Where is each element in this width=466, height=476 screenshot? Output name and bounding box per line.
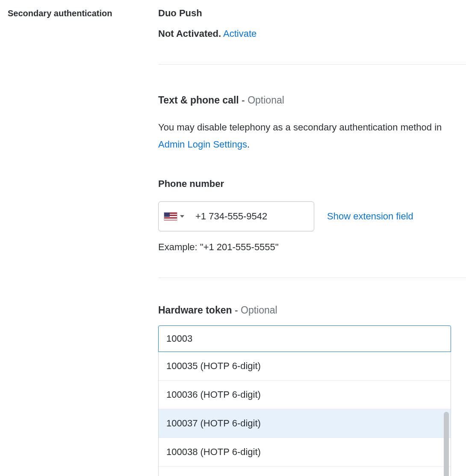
duo-push-status-row: Not Activated. Activate <box>158 28 466 39</box>
hardware-heading-bold: Hardware token <box>158 305 232 316</box>
phone-input-group <box>158 201 314 231</box>
telephony-desc-suffix: . <box>247 139 250 150</box>
hardware-token-option[interactable]: 100038 (HOTP 6-digit) <box>159 438 451 466</box>
chevron-down-icon <box>180 215 184 218</box>
duo-push-title: Duo Push <box>158 8 466 19</box>
duo-push-status: Not Activated. <box>158 28 221 39</box>
telephony-heading-optional: Optional <box>248 95 284 106</box>
phone-number-input[interactable] <box>189 211 313 222</box>
show-extension-link[interactable]: Show extension field <box>327 211 413 222</box>
phone-number-label: Phone number <box>158 178 466 189</box>
country-picker[interactable] <box>164 212 189 221</box>
hardware-token-combobox: 100035 (HOTP 6-digit)100036 (HOTP 6-digi… <box>158 325 466 476</box>
hardware-token-option[interactable]: 100036 (HOTP 6-digit) <box>159 380 451 409</box>
hardware-token-dropdown: 100035 (HOTP 6-digit)100036 (HOTP 6-digi… <box>158 352 451 476</box>
hardware-token-option[interactable]: 100035 (HOTP 6-digit) <box>159 352 451 380</box>
phone-example-text: Example: "+1 201-555-5555" <box>158 242 466 253</box>
telephony-heading-sep: - <box>239 95 248 106</box>
hardware-token-option[interactable]: 100037 (HOTP 6-digit) <box>159 409 451 438</box>
telephony-heading: Text & phone call - Optional <box>158 95 466 106</box>
telephony-description: You may disable telephony as a secondary… <box>158 119 466 153</box>
telephony-desc-prefix: You may disable telephony as a secondary… <box>158 122 442 133</box>
section-label: Secondary authentication <box>8 8 158 18</box>
hardware-token-heading: Hardware token - Optional <box>158 305 466 316</box>
hardware-token-option[interactable]: 100039 (HOTP 6-digit) <box>159 466 451 476</box>
divider <box>158 64 466 65</box>
flag-us-icon <box>164 212 177 221</box>
divider <box>158 278 466 278</box>
hardware-token-search-input[interactable] <box>158 325 451 352</box>
hardware-heading-sep: - <box>232 305 241 316</box>
admin-login-settings-link[interactable]: Admin Login Settings <box>158 139 247 150</box>
activate-link[interactable]: Activate <box>223 28 257 39</box>
hardware-heading-optional: Optional <box>241 305 277 316</box>
scrollbar-thumb[interactable] <box>444 412 449 476</box>
telephony-heading-bold: Text & phone call <box>158 95 239 106</box>
